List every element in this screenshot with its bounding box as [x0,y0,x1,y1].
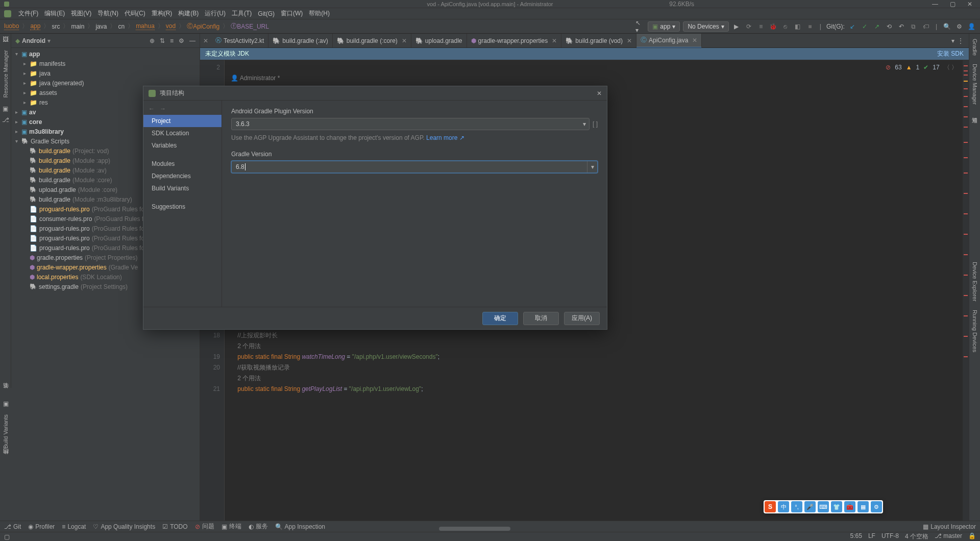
sidebar-item-modules[interactable]: Modules [143,158,222,170]
sidebar-item-deps[interactable]: Dependencies [143,170,222,182]
agp-version-combo[interactable]: 3.6.3▾ [231,118,590,130]
run-icon[interactable]: ▶ [732,22,741,31]
ime-lang-icon[interactable]: 中 [778,501,789,512]
search-icon[interactable]: 🔍 [942,22,951,31]
menu-edit[interactable]: 编辑(E) [41,9,68,18]
close-button[interactable]: ✕ [962,0,978,8]
sidebar-item-project[interactable]: Project [143,115,222,127]
ime-skin-icon[interactable]: 👕 [831,501,842,512]
history-icon[interactable]: ⟲ [885,22,894,31]
profile-icon[interactable]: ◧ [793,22,802,31]
ime-tool-icon[interactable]: 🧰 [844,501,855,512]
tab-upload[interactable]: 🐘upload.gradle [411,34,467,48]
menu-git[interactable]: Git(G) [255,10,278,17]
menu-window[interactable]: 窗口(W) [278,9,306,18]
gear-icon[interactable]: ⚙ [179,37,184,44]
horizontal-scrollbar[interactable] [434,526,546,531]
coverage-icon[interactable]: ≡ [756,22,766,31]
collapse-icon[interactable]: ≡ [170,37,174,44]
menu-code[interactable]: 代码(C) [121,9,149,18]
menu-help[interactable]: 帮助(H) [306,9,333,18]
breadcrumb[interactable]: main [71,23,84,30]
tool-resource-manager[interactable]: Resource Manager [3,47,9,101]
tool-device-manager[interactable]: Device Manager [972,61,978,108]
menu-run[interactable]: 运行(U) [202,9,229,18]
tool-bookmarks[interactable]: 书签 [2,390,10,396]
sidebar-item-suggestions[interactable]: Suggestions [143,201,222,213]
tool-git[interactable]: ⎇ Git [4,523,21,530]
menu-view[interactable]: 视图(V) [68,9,94,18]
ime-punct-icon[interactable]: °, [791,501,802,512]
tool-running-devices[interactable]: Running Devices [972,307,978,355]
menu-tools[interactable]: 工具(T) [229,9,255,18]
banner-action-link[interactable]: 安装 SDK [937,50,964,58]
dialog-close-icon[interactable]: ✕ [597,90,602,97]
error-stripe[interactable] [963,60,969,521]
ime-toolbar[interactable]: S 中 °, 🎤 ⌨ 👕 🧰 ▦ ⚙ [764,500,883,513]
menu-nav[interactable]: 导航(N) [94,9,121,18]
nav-fwd-icon[interactable]: → [160,105,166,112]
agp-brackets-icon[interactable]: [ ] [593,120,598,128]
tab-build-vod[interactable]: 🐘build.gradle (vod)✕ [561,34,636,48]
tool-structure[interactable]: 结构 [2,456,10,462]
tool-terminal[interactable]: ▣ 终端 [222,522,241,531]
status-lock-icon[interactable]: 🔒 [968,532,976,541]
commit-icon[interactable]: ⎇ [2,116,9,124]
ime-voice-icon[interactable]: 🎤 [804,501,816,512]
ok-button[interactable]: 确定 [482,312,518,325]
breadcrumb[interactable]: cn [118,23,125,30]
tool-device-explorer[interactable]: Device Explorer [972,259,978,305]
tool-aqi[interactable]: ♡ App Quality Insights [93,523,155,530]
branch-icon[interactable]: 🏷 [921,22,930,31]
inspection-widget[interactable]: ⊘63 ▲1 ✔17 〈 〉 [886,62,958,73]
compare-icon[interactable]: ⧉ [909,22,918,31]
tab-testactivity[interactable]: ⓀTestActivity2.kt [211,34,268,48]
apply-button[interactable]: 应用(A) [564,312,600,325]
tool-build-variants[interactable]: Build Variants [3,411,9,452]
tab-wrapper[interactable]: ⬢gradle-wrapper.properties✕ [467,34,562,48]
tool-notifications[interactable]: 通知 [971,110,978,116]
menu-build[interactable]: 构建(B) [175,9,202,18]
tool-logcat[interactable]: ≡ Logcat [62,523,86,530]
rollback-icon[interactable]: ↶ [897,22,906,31]
locate-icon[interactable]: ⊕ [150,37,155,44]
gradle-version-combo[interactable]: 6.8▾ [231,161,598,173]
status-icon[interactable]: ▢ [4,533,10,540]
ime-grid-icon[interactable]: ▦ [857,501,869,512]
menu-refactor[interactable]: 重构(R) [149,9,176,18]
settings-icon[interactable]: ⚙ [954,22,964,31]
status-position[interactable]: 5:65 [850,532,862,541]
git-commit-icon[interactable]: ✓ [860,22,869,31]
tool-todo[interactable]: ☑ TODO [162,523,187,530]
tool-problems[interactable]: ⊘ 问题 [195,522,214,531]
tab-build-core[interactable]: 🐘build.gradle (:core)✕ [333,34,411,48]
breadcrumb[interactable]: app [30,22,40,30]
tool-services[interactable]: ◐ 服务 [249,522,268,531]
stop-icon[interactable]: ■ [805,22,815,31]
breadcrumb[interactable]: mahua [136,22,155,30]
tabs-more-icon[interactable]: ⋮ [958,37,964,44]
tabs-dropdown-icon[interactable]: ▾ [951,37,954,44]
breadcrumb-field[interactable]: ⓕ BASE_URL [231,22,269,31]
breadcrumb[interactable]: luobo [4,22,19,30]
tool-gradle[interactable]: Gradle [972,36,978,59]
tool-profiler[interactable]: ◉ Profiler [28,523,55,530]
tab-build-av[interactable]: 🐘build.gradle (:av) [268,34,332,48]
debug-icon[interactable]: ⟳ [744,22,753,31]
project-icon[interactable]: ▣ [3,105,8,112]
breadcrumb[interactable]: vod [166,22,176,30]
git-update-icon[interactable]: ↙ [848,22,857,31]
device-selector[interactable]: No Devices ▾ [683,21,728,32]
project-view-selector[interactable]: Android [22,37,45,44]
cancel-button[interactable]: 取消 [523,312,559,325]
status-encoding[interactable]: UTF-8 [881,532,899,541]
git-push-icon[interactable]: ↗ [872,22,881,31]
attach-icon[interactable]: ⎋ [781,22,790,31]
ime-logo-icon[interactable]: S [765,501,776,512]
avatar-icon[interactable]: 👤 [967,22,976,31]
sidebar-item-sdk[interactable]: SDK Location [143,127,222,139]
minimize-button[interactable]: — [927,0,943,8]
sidebar-item-variants[interactable]: Build Variants [143,182,222,194]
maximize-button[interactable]: ▢ [944,0,961,8]
ime-keyboard-icon[interactable]: ⌨ [818,501,829,512]
